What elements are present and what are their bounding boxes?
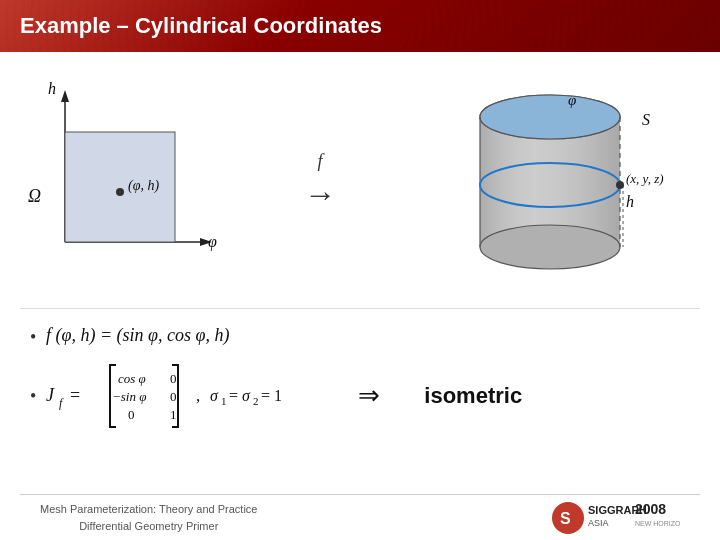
svg-text:h: h bbox=[626, 193, 634, 210]
svg-text:S: S bbox=[642, 111, 650, 128]
svg-text:(φ, h): (φ, h) bbox=[128, 178, 159, 194]
footer: Mesh Parameterization: Theory and Practi… bbox=[20, 494, 700, 540]
svg-text:0: 0 bbox=[170, 371, 177, 386]
slide-header: Example – Cylindrical Coordinates bbox=[0, 0, 720, 52]
svg-text:1: 1 bbox=[221, 395, 227, 407]
footer-logo: S SIGGRAPH ASIA 2008 NEW HORIZONS bbox=[550, 500, 680, 536]
svg-text:φ: φ bbox=[208, 233, 217, 251]
right-diagram: h φ S (x, y, z) bbox=[420, 67, 700, 297]
formula1-svg: f (φ, h) = (sin φ, cos φ, h) bbox=[46, 319, 426, 351]
main-content: h φ Ω (φ, h) f → bbox=[0, 52, 720, 540]
domain-svg: h φ Ω (φ, h) bbox=[20, 72, 220, 292]
svg-text:−sin φ: −sin φ bbox=[112, 389, 146, 404]
sigma-formula-svg: , σ 1 = σ 2 = 1 bbox=[194, 361, 354, 431]
svg-text:,: , bbox=[196, 386, 200, 405]
svg-text:f (φ, h) = (sin φ, cos φ, h): f (φ, h) = (sin φ, cos φ, h) bbox=[46, 325, 230, 346]
slide-title: Example – Cylindrical Coordinates bbox=[20, 13, 382, 39]
footer-text: Mesh Parameterization: Theory and Practi… bbox=[40, 501, 257, 534]
svg-text:(x, y, z): (x, y, z) bbox=[626, 171, 664, 186]
siggraph-logo-svg: S SIGGRAPH ASIA 2008 NEW HORIZONS bbox=[550, 500, 680, 536]
arrow-symbol: → bbox=[304, 176, 336, 213]
svg-text:cos φ: cos φ bbox=[118, 371, 146, 386]
svg-text:Ω: Ω bbox=[28, 186, 41, 206]
svg-text:S: S bbox=[560, 510, 571, 527]
svg-text:2008: 2008 bbox=[635, 501, 666, 517]
svg-text:h: h bbox=[48, 80, 56, 97]
svg-text:0: 0 bbox=[128, 407, 135, 422]
implies-arrow-svg: ⇒ bbox=[354, 361, 404, 431]
math-area: • f (φ, h) = (sin φ, cos φ, h) • J f = bbox=[20, 308, 700, 494]
bullet2-symbol: • bbox=[30, 386, 36, 407]
bullet2-row: • J f = cos φ 0 bbox=[30, 361, 700, 431]
footer-line1: Mesh Parameterization: Theory and Practi… bbox=[40, 501, 257, 518]
diagrams-row: h φ Ω (φ, h) f → bbox=[20, 62, 700, 302]
isometric-label: isometric bbox=[424, 383, 522, 409]
svg-text:= 1: = 1 bbox=[261, 387, 282, 404]
bullet1-symbol: • bbox=[30, 327, 36, 348]
f-label: f bbox=[317, 151, 322, 172]
svg-marker-1 bbox=[61, 90, 69, 102]
svg-text:=: = bbox=[229, 387, 238, 404]
svg-text:=: = bbox=[70, 385, 80, 405]
svg-text:NEW HORIZONS: NEW HORIZONS bbox=[635, 520, 680, 527]
svg-text:0: 0 bbox=[170, 389, 177, 404]
svg-text:φ: φ bbox=[568, 92, 576, 108]
formula1: f (φ, h) = (sin φ, cos φ, h) bbox=[46, 319, 426, 355]
svg-text:1: 1 bbox=[170, 407, 177, 422]
svg-text:f: f bbox=[59, 396, 64, 410]
svg-text:⇒: ⇒ bbox=[358, 380, 380, 410]
svg-point-8 bbox=[116, 188, 124, 196]
matrix-svg: cos φ 0 −sin φ 0 0 1 bbox=[94, 361, 194, 431]
bullet1-row: • f (φ, h) = (sin φ, cos φ, h) bbox=[30, 319, 700, 355]
jf-label-svg: J f = bbox=[46, 361, 94, 431]
footer-line2: Differential Geometry Primer bbox=[40, 518, 257, 535]
svg-text:J: J bbox=[46, 385, 55, 405]
left-diagram: h φ Ω (φ, h) bbox=[20, 72, 220, 292]
svg-point-22 bbox=[616, 181, 624, 189]
svg-text:σ: σ bbox=[242, 387, 251, 404]
svg-point-14 bbox=[480, 95, 620, 139]
svg-text:σ: σ bbox=[210, 387, 219, 404]
svg-text:2: 2 bbox=[253, 395, 259, 407]
svg-point-13 bbox=[480, 225, 620, 269]
cylinder-svg: h φ S (x, y, z) bbox=[420, 67, 700, 297]
svg-text:ASIA: ASIA bbox=[588, 518, 609, 528]
mapping-arrow: f → bbox=[280, 151, 360, 213]
formula2-container: J f = cos φ 0 −sin φ 0 0 bbox=[46, 361, 522, 431]
